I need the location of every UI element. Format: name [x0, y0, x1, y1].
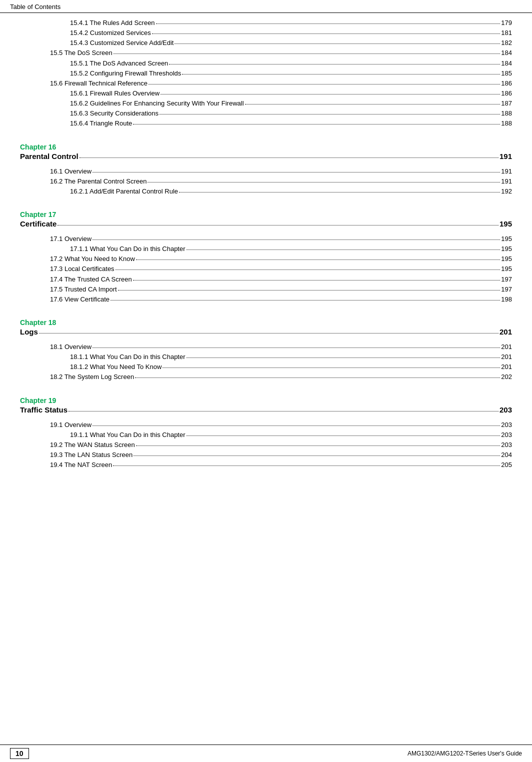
chapter-page-num: 201	[500, 328, 512, 336]
toc-entry: 15.4.1 The Rules Add Screen179	[20, 18, 512, 28]
footer-page-number: 10	[10, 748, 29, 759]
toc-entry-dots	[156, 24, 500, 24]
toc-entry: 15.5.2 Configuring Firewall Thresholds18…	[20, 68, 512, 78]
toc-entry-dots	[174, 44, 500, 44]
toc-entry-dots	[114, 54, 500, 54]
toc-entry-text: 17.4 The Trusted CA Screen	[50, 274, 132, 284]
toc-entry: 17.1 Overview195	[20, 234, 512, 244]
toc-entry-page: 181	[501, 28, 512, 38]
toc-entry-page: 203	[501, 440, 512, 450]
toc-entry-page: 195	[501, 264, 512, 274]
chapter-title-line: Traffic Status203	[20, 406, 512, 414]
toc-entry-dots	[186, 250, 500, 250]
chapter-title-line: Parental Control191	[20, 152, 512, 160]
toc-entry-text: 15.6.1 Firewall Rules Overview	[70, 88, 160, 98]
page-container: Table of Contents 15.4.1 The Rules Add S…	[0, 0, 532, 762]
page-header: Table of Contents	[0, 0, 532, 13]
toc-entry-text: 17.1.1 What You Can Do in this Chapter	[70, 244, 186, 254]
toc-entry-page: 203	[501, 430, 512, 440]
toc-entry: 18.1.1 What You Can Do in this Chapter20…	[20, 352, 512, 362]
toc-entry-page: 202	[501, 372, 512, 382]
toc-content: 15.4.1 The Rules Add Screen17915.4.2 Cus…	[0, 13, 532, 500]
toc-entry: 15.5 The DoS Screen184	[20, 48, 512, 58]
chapter-dots	[80, 158, 498, 158]
toc-entry-text: 15.6.4 Triangle Route	[70, 118, 132, 128]
toc-entry-dots	[110, 300, 500, 300]
toc-entry-text: 18.1.2 What You Need To Know	[70, 362, 162, 372]
toc-entry-text: 16.2.1 Add/Edit Parental Control Rule	[70, 186, 178, 196]
chapter-dots	[39, 333, 498, 334]
toc-entry-dots	[136, 260, 500, 260]
toc-entry-page: 187	[501, 98, 512, 108]
toc-entry-text: 15.5.2 Configuring Firewall Thresholds	[70, 68, 181, 78]
toc-entry: 15.6 Firewall Technical Reference186	[20, 78, 512, 88]
toc-entry: 15.6.3 Security Considerations188	[20, 108, 512, 118]
toc-entry-dots	[160, 114, 500, 114]
toc-entry-text: 15.6 Firewall Technical Reference	[50, 78, 148, 88]
toc-entry-text: 15.4.1 The Rules Add Screen	[70, 18, 155, 28]
chapter-dots	[68, 411, 498, 412]
chapter-label: Chapter 19	[20, 396, 512, 404]
toc-entry: 17.2 What You Need to Know195	[20, 254, 512, 264]
toc-entry-page: 186	[501, 88, 512, 98]
toc-entry-dots	[113, 466, 500, 466]
toc-entry-text: 15.4.3 Customized Service Add/Edit	[70, 38, 174, 48]
toc-entry-text: 17.2 What You Need to Know	[50, 254, 135, 264]
toc-entry-dots	[148, 84, 500, 84]
toc-entry-dots	[92, 172, 500, 172]
toc-entry-text: 19.3 The LAN Status Screen	[50, 450, 132, 460]
toc-entry-dots	[134, 456, 500, 456]
toc-entry-dots	[169, 64, 500, 64]
toc-entry-page: 197	[501, 274, 512, 284]
toc-entry-page: 185	[501, 68, 512, 78]
toc-entry: 18.2 The System Log Screen202	[20, 372, 512, 382]
toc-entry-dots	[135, 378, 500, 378]
toc-entry-text: 18.1 Overview	[50, 342, 92, 352]
toc-entry-text: 15.6.3 Security Considerations	[70, 108, 158, 118]
toc-entry-text: 16.1 Overview	[50, 166, 92, 176]
toc-entry-dots	[152, 34, 500, 34]
toc-entry-dots	[186, 358, 500, 358]
toc-entry: 17.1.1 What You Can Do in this Chapter19…	[20, 244, 512, 254]
toc-entry: 19.3 The LAN Status Screen204	[20, 450, 512, 460]
toc-entry-dots	[182, 74, 500, 74]
toc-entry: 16.2.1 Add/Edit Parental Control Rule192	[20, 186, 512, 196]
chapter-title-text: Certificate	[20, 220, 56, 228]
toc-entry-dots	[133, 280, 500, 280]
chapter-title-line: Logs201	[20, 328, 512, 336]
toc-entry: 19.2 The WAN Status Screen203	[20, 440, 512, 450]
toc-entry-dots	[133, 124, 500, 124]
toc-entry-page: 192	[501, 186, 512, 196]
toc-entry: 18.1.2 What You Need To Know201	[20, 362, 512, 372]
chapter-title-text: Logs	[20, 328, 38, 336]
toc-entry-page: 203	[501, 420, 512, 430]
toc-entry: 16.2 The Parental Control Screen191	[20, 176, 512, 186]
toc-entry-text: 15.4.2 Customized Services	[70, 28, 151, 38]
chapter-title-text: Traffic Status	[20, 406, 68, 414]
chapter-page-num: 191	[500, 152, 512, 160]
toc-entry-page: 184	[501, 48, 512, 58]
toc-entry-page: 188	[501, 108, 512, 118]
toc-entry: 17.6 View Certificate198	[20, 294, 512, 304]
chapter-page-num: 195	[500, 220, 512, 228]
toc-entry-dots	[160, 94, 500, 94]
toc-entry-dots	[186, 436, 500, 436]
chapter-label: Chapter 16	[20, 143, 512, 151]
toc-entry-page: 184	[501, 58, 512, 68]
toc-entry-text: 15.6.2 Guidelines For Enhancing Security…	[70, 98, 244, 108]
toc-entry-page: 179	[501, 18, 512, 28]
chapter-label: Chapter 18	[20, 318, 512, 326]
toc-entry: 15.4.2 Customized Services181	[20, 28, 512, 38]
toc-entry-page: 188	[501, 118, 512, 128]
toc-entry-page: 186	[501, 78, 512, 88]
footer-guide-name: AMG1302/AMG1202-TSeries User's Guide	[408, 750, 522, 757]
header-title: Table of Contents	[10, 3, 60, 10]
toc-entry-page: 191	[501, 176, 512, 186]
toc-entry-dots	[148, 182, 500, 182]
toc-entry-page: 182	[501, 38, 512, 48]
toc-entry: 19.1 Overview203	[20, 420, 512, 430]
toc-entry-text: 15.5 The DoS Screen	[50, 48, 112, 58]
chapter-title-line: Certificate195	[20, 220, 512, 228]
chapter-page-num: 203	[500, 406, 512, 414]
toc-entry-text: 19.1 Overview	[50, 420, 92, 430]
